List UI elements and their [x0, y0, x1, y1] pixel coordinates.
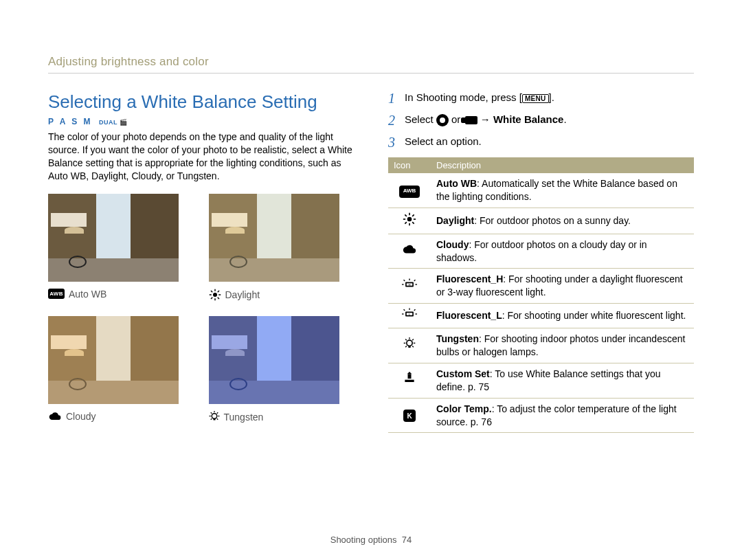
arrow-text: → [477, 113, 493, 125]
bulb-icon [209, 411, 220, 423]
table-row: KColor Temp.: To adjust the color temper… [388, 398, 694, 433]
table-row: Daylight: For outdoor photos on a sunny … [388, 208, 694, 234]
table-row: Custom Set: To use White Balance setting… [388, 363, 694, 398]
svg-line-23 [405, 214, 407, 216]
row-description-cell: Color Temp.: To adjust the color tempera… [431, 398, 694, 433]
row-icon-cell [388, 234, 431, 269]
step-text: Select an option. [405, 135, 482, 147]
right-column: 1 In Shooting mode, press [MENU]. 2 Sele… [388, 91, 694, 433]
footer-page-number: 74 [402, 535, 412, 545]
svg-line-14 [216, 412, 218, 414]
wb-thumb-label: Daylight [225, 289, 260, 300]
svg-line-38 [404, 309, 405, 311]
svg-point-18 [407, 216, 412, 221]
page-title: Selecting a White Balance Setting [48, 91, 354, 113]
step-text: . [563, 113, 566, 125]
daylight-icon [403, 212, 416, 226]
row-icon-cell [388, 208, 431, 234]
table-row: LFluorescent_L: For shooting under white… [388, 304, 694, 328]
table-row: HFluorescent_H: For shooting under a day… [388, 269, 694, 304]
step-2: 2 Select or → White Balance. [388, 113, 694, 127]
cloud-icon [48, 412, 62, 421]
step-text: In Shooting mode, press [ [405, 91, 522, 103]
instruction-steps: 1 In Shooting mode, press [MENU]. 2 Sele… [388, 91, 694, 149]
wb-sample-image-auto [48, 194, 179, 282]
table-row: Tungsten: For shooting indoor photos und… [388, 328, 694, 363]
page-footer: Shooting options 74 [0, 535, 742, 545]
row-description-cell: Daylight: For outdoor photos on a sunny … [431, 208, 694, 234]
cloudy-icon [402, 244, 417, 255]
row-description-cell: Auto WB: Automatically set the White Bal… [431, 173, 694, 208]
menu-button-icon: MENU [522, 94, 549, 103]
svg-line-15 [210, 418, 212, 420]
video-icon [465, 116, 477, 124]
wb-thumb-auto: AWB Auto WB [48, 194, 194, 301]
wb-thumb-label: Cloudy [66, 411, 96, 422]
tungsten-icon [403, 337, 416, 351]
svg-point-0 [213, 293, 217, 297]
wb-thumb-label: Auto WB [69, 289, 106, 300]
fl-icon: L [402, 308, 417, 320]
step-3: 3 Select an option. [388, 135, 694, 149]
white-balance-label: White Balance [493, 113, 564, 125]
svg-line-50 [412, 346, 414, 347]
svg-line-6 [217, 297, 218, 298]
svg-point-43 [407, 340, 412, 346]
row-icon-cell [388, 363, 431, 398]
svg-point-9 [212, 413, 217, 418]
mode-letters: P A S M [48, 117, 93, 126]
svg-line-8 [217, 291, 218, 292]
dual-icon: DUAL 🎬 [97, 119, 127, 126]
table-header-icon: Icon [388, 157, 431, 173]
svg-line-16 [216, 418, 218, 420]
svg-line-26 [412, 214, 414, 216]
svg-rect-53 [408, 374, 412, 379]
wb-thumb-tungsten: Tungsten [209, 316, 355, 423]
svg-rect-51 [408, 346, 410, 348]
svg-line-13 [210, 412, 212, 414]
step-1: 1 In Shooting mode, press [MENU]. [388, 91, 694, 105]
wb-thumbnails-grid: AWB Auto WB Daylight [48, 194, 354, 423]
wb-sample-image-daylight [209, 194, 339, 282]
svg-line-24 [412, 222, 414, 224]
awb-icon: AWB [48, 289, 65, 299]
intro-paragraph: The color of your photo depends on the t… [48, 131, 354, 183]
sun-icon [209, 289, 221, 301]
fh-icon: H [402, 278, 417, 291]
table-header-description: Description [431, 157, 694, 173]
svg-line-30 [404, 280, 405, 281]
row-description-cell: Fluorescent_L: For shooting under white … [431, 304, 694, 328]
table-row: Cloudy: For outdoor photos on a cloudy d… [388, 234, 694, 269]
k-icon: K [403, 410, 416, 422]
custom-icon [403, 372, 416, 385]
row-description-cell: Custom Set: To use White Balance setting… [431, 363, 694, 398]
svg-rect-17 [213, 418, 215, 420]
footer-section-label: Shooting options [330, 535, 397, 545]
row-description-cell: Tungsten: For shooting indoor photos und… [431, 328, 694, 363]
svg-line-7 [211, 297, 212, 298]
camera-icon [436, 114, 449, 126]
row-icon-cell: AWB [388, 173, 431, 208]
manual-page: Adjusting brightness and color Selecting… [0, 0, 742, 560]
svg-rect-52 [405, 380, 414, 382]
row-description-cell: Cloudy: For outdoor photos on a cloudy d… [431, 234, 694, 269]
header-divider [48, 73, 694, 74]
wb-options-table: Icon Description AWBAuto WB: Automatical… [388, 157, 694, 433]
svg-line-39 [414, 309, 416, 311]
step-number: 2 [388, 113, 398, 127]
awb-icon: AWB [399, 183, 420, 197]
row-icon-cell: H [388, 269, 431, 304]
row-icon-cell: L [388, 304, 431, 328]
left-column: Selecting a White Balance Setting P A S … [48, 91, 354, 433]
step-number: 1 [388, 91, 398, 105]
step-text: Select [405, 113, 436, 125]
wb-sample-image-cloudy [48, 316, 179, 404]
wb-thumb-daylight: Daylight [209, 194, 355, 301]
svg-line-5 [211, 291, 212, 292]
svg-line-49 [405, 346, 407, 347]
svg-text:H: H [408, 283, 410, 287]
svg-line-25 [405, 222, 407, 224]
k-icon: K [403, 409, 416, 423]
wb-thumb-cloudy: Cloudy [48, 316, 194, 423]
svg-line-31 [414, 280, 416, 281]
